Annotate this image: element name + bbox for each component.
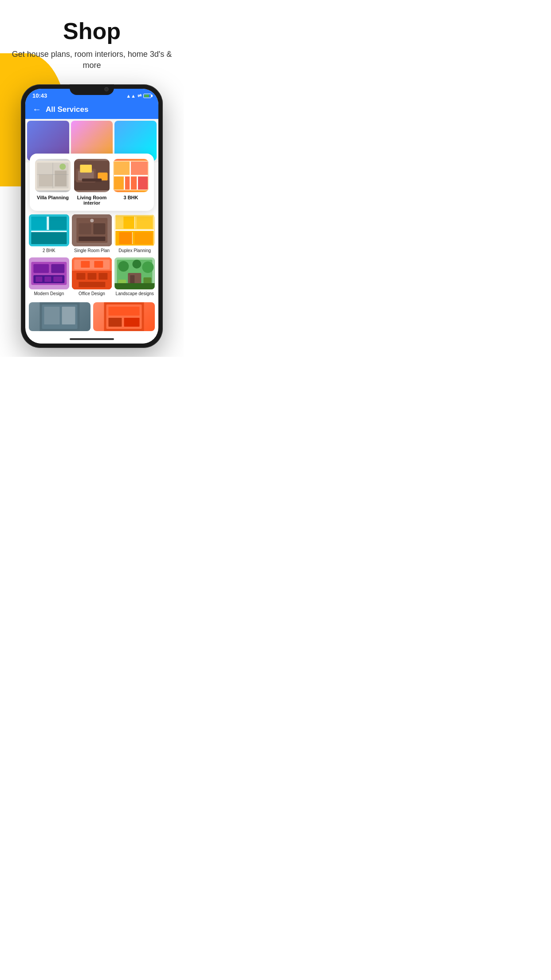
svg-rect-53 [44,277,51,282]
bottom-image-2[interactable] [93,302,155,331]
3bhk-label: 3 BHK [123,195,138,200]
svg-point-70 [142,261,154,273]
svg-rect-43 [135,232,153,244]
featured-item-villa[interactable]: Villa Planning [35,159,71,205]
featured-grid: Villa Planning [35,159,149,205]
svg-rect-63 [81,261,90,268]
svg-rect-39 [116,229,154,231]
phone-outer-shell: 10:43 ▲▲ ⇌ ← All Services [21,84,163,348]
svg-rect-33 [93,223,105,234]
svg-rect-52 [35,277,42,282]
featured-item-3bhk[interactable]: 3 BHK [113,159,149,205]
svg-rect-26 [49,217,67,230]
modern-design-label: Modern Design [34,291,64,296]
svg-rect-19 [138,177,148,190]
villa-planning-image [35,159,71,192]
services-grid: 2 BHK [25,211,158,302]
svg-rect-23 [137,177,138,190]
grid-item-2bhk[interactable]: 2 BHK [29,214,69,253]
status-icons: ▲▲ ⇌ [126,93,151,99]
single-room-image [72,214,112,246]
grid-item-modern[interactable]: Modern Design [29,257,69,296]
svg-rect-84 [124,318,140,327]
living-room-image [74,159,110,192]
svg-rect-2 [39,175,53,187]
svg-point-6 [59,164,66,170]
svg-rect-27 [31,232,67,244]
svg-rect-75 [115,283,155,289]
featured-popup-card: Villa Planning [30,154,154,211]
nav-title: All Services [46,105,88,114]
svg-rect-50 [51,264,64,273]
svg-rect-17 [114,177,124,190]
landscape-label: Landscape designs [116,291,154,296]
signal-icon: ▲▲ [126,93,136,99]
front-camera-icon [104,87,109,91]
svg-rect-79 [62,307,75,324]
back-button[interactable]: ← [32,104,41,115]
svg-rect-54 [53,277,62,282]
svg-rect-72 [130,275,135,284]
grid-item-single-room[interactable]: Single Room Plan [72,214,112,253]
bottom-partial-row [25,302,158,335]
villa-planning-label: Villa Planning [37,195,69,200]
svg-rect-21 [130,162,131,190]
living-room-label: Living Room interior [74,195,110,205]
svg-rect-13 [82,179,102,182]
office-design-image [72,257,112,289]
svg-rect-16 [131,162,148,175]
home-indicator [25,335,158,344]
grid-item-office[interactable]: Office Design [72,257,112,296]
svg-rect-60 [98,273,107,280]
svg-rect-32 [79,223,91,234]
svg-rect-62 [74,260,110,269]
svg-point-35 [90,219,94,222]
svg-rect-58 [76,273,85,280]
home-bar [70,338,114,340]
3bhk-image [113,159,149,192]
nav-bar: ← All Services [25,101,158,119]
wifi-icon: ⇌ [138,93,142,99]
grid-row-2: Modern Design [29,257,155,296]
2bhk-image [29,214,69,246]
duplex-image [114,214,155,246]
landscape-image [114,257,155,289]
svg-rect-15 [114,162,130,175]
svg-rect-41 [137,217,153,229]
grid-item-duplex[interactable]: Duplex Planning [114,214,155,253]
svg-rect-22 [124,177,125,190]
phone-mockup: 10:43 ▲▲ ⇌ ← All Services [21,84,163,348]
page-title: Shop [63,18,121,44]
single-room-label: Single Room Plan [74,248,110,253]
svg-point-68 [118,261,129,272]
battery-icon [143,94,151,98]
status-time: 10:43 [32,92,47,99]
svg-rect-29 [31,231,67,232]
svg-rect-64 [94,261,103,268]
svg-rect-78 [44,307,60,324]
svg-rect-3 [55,171,67,187]
bottom-image-1[interactable] [29,302,91,331]
phone-screen: 10:43 ▲▲ ⇌ ← All Services [25,89,158,344]
duplex-label: Duplex Planning [118,248,151,253]
2bhk-label: 2 BHK [43,248,55,253]
svg-rect-34 [79,237,105,241]
svg-rect-49 [33,264,49,273]
grid-item-landscape[interactable]: Landscape designs [114,257,155,296]
page-wrapper: Shop Get house plans, room interiors, ho… [0,0,184,357]
svg-point-69 [133,260,142,269]
svg-rect-11 [80,165,92,173]
modern-design-image [29,257,69,289]
svg-rect-59 [87,273,96,280]
svg-rect-61 [79,282,105,287]
svg-rect-42 [119,232,133,244]
svg-rect-40 [124,217,135,229]
page-subtitle: Get house plans, room interiors, home 3d… [9,49,175,71]
featured-item-living[interactable]: Living Room interior [74,159,110,205]
grid-row-1: 2 BHK [29,214,155,253]
svg-rect-28 [47,217,49,230]
phone-notch [70,84,114,95]
office-design-label: Office Design [79,291,105,296]
svg-rect-82 [109,307,140,316]
svg-rect-25 [31,217,47,230]
